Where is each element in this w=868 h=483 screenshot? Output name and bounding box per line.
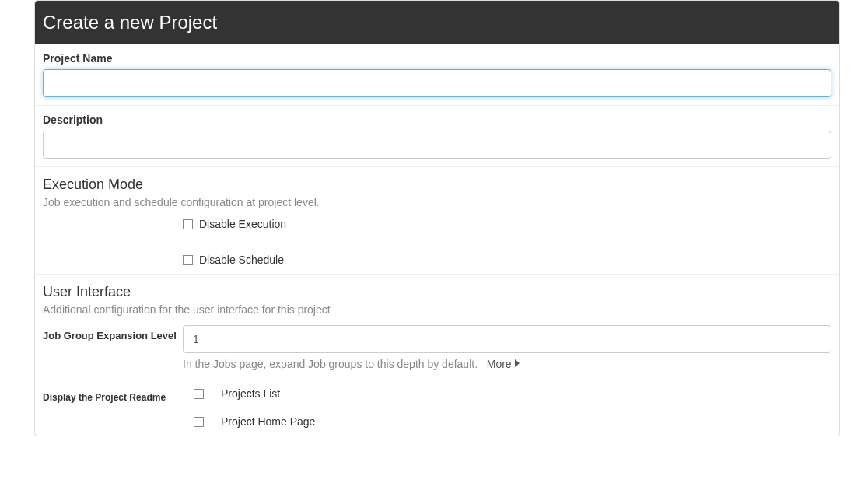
more-text: More [487, 358, 512, 370]
user-interface-section: User Interface Additional configuration … [35, 274, 839, 436]
disable-execution-checkbox[interactable] [183, 219, 193, 229]
job-group-help: In the Jobs page, expand Job groups to t… [183, 358, 831, 370]
readme-projects-list-checkbox[interactable] [194, 389, 204, 399]
project-name-label: Project Name [43, 52, 831, 65]
project-name-input[interactable] [43, 69, 831, 97]
create-project-panel: Create a new Project Project Name Descri… [34, 0, 840, 436]
more-link[interactable]: More [487, 358, 521, 370]
job-group-help-text: In the Jobs page, expand Job groups to t… [183, 358, 478, 370]
readme-projects-list-label: Projects List [221, 387, 280, 400]
disable-execution-label: Disable Execution [199, 218, 286, 230]
readme-label: Display the Project Readme [43, 387, 183, 403]
job-group-expansion-input[interactable] [183, 325, 831, 353]
user-interface-subtitle: Additional configuration for the user in… [43, 303, 831, 316]
readme-home-page-label: Project Home Page [221, 415, 315, 428]
project-name-section: Project Name [35, 44, 839, 105]
execution-mode-subtitle: Job execution and schedule configuration… [43, 196, 831, 208]
job-group-label: Job Group Expansion Level [43, 325, 183, 341]
panel-title: Create a new Project [35, 1, 839, 44]
execution-mode-section: Execution Mode Job execution and schedul… [35, 166, 839, 274]
execution-mode-title: Execution Mode [43, 177, 831, 193]
description-section: Description [35, 105, 839, 166]
description-input[interactable] [43, 131, 831, 159]
chevron-right-icon [514, 358, 521, 370]
readme-home-page-checkbox[interactable] [194, 417, 204, 427]
description-label: Description [43, 114, 831, 126]
disable-schedule-checkbox[interactable] [183, 255, 193, 265]
disable-schedule-label: Disable Schedule [199, 254, 284, 266]
user-interface-title: User Interface [43, 284, 831, 300]
